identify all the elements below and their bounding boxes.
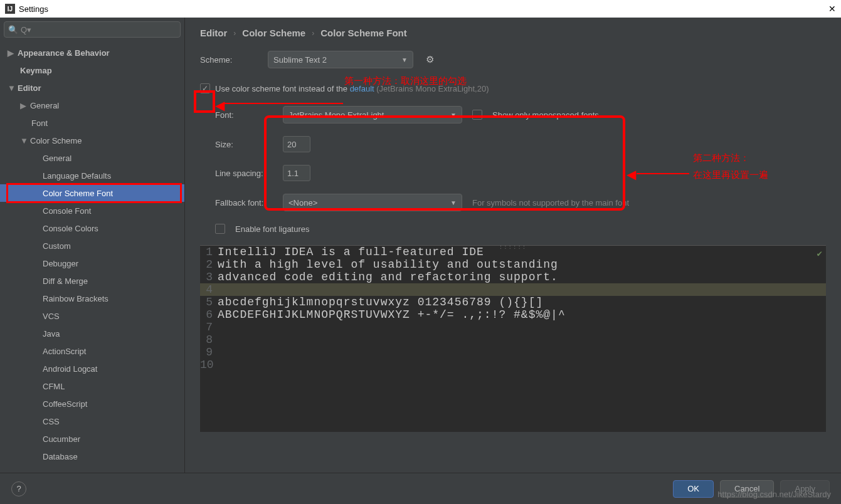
size-input[interactable] [283,136,310,152]
fallback-dropdown[interactable]: <None>▼ [283,194,462,211]
chevron-right-icon: › [312,29,314,38]
chevron-right-icon: ▶ [20,101,26,110]
title-bar: IJ Settings ✕ [0,0,841,18]
search-icon: 🔍 [8,25,18,34]
annotation-arrow-1 [224,103,343,104]
chevron-right-icon: › [233,29,236,38]
size-label: Size: [215,140,273,149]
scheme-dropdown[interactable]: Sublime Text 2▼ [268,51,413,68]
scheme-label: Scheme: [200,55,258,65]
tree-appearance[interactable]: ▶Appearance & Behavior [0,44,184,61]
bc-color-scheme[interactable]: Color Scheme [242,28,305,38]
tree-cs-cucumber[interactable]: Cucumber [0,430,184,448]
ligatures-checkbox[interactable] [215,224,225,234]
settings-tree: ▶Appearance & Behavior Keymap ▼Editor ▶G… [0,41,184,473]
annotation-text-2: 第二种方法：在这里再设置一遍 [693,149,768,183]
font-dropdown[interactable]: JetBrains Mono ExtraLight▼ [283,106,462,123]
fallback-label: Fallback font: [215,198,273,207]
search-input[interactable]: 🔍 Q▾ [4,21,181,38]
chevron-down-icon: ▼ [8,83,14,93]
tree-color-scheme[interactable]: ▼Color Scheme [0,132,184,149]
tree-keymap[interactable]: Keymap [0,61,184,79]
bc-editor[interactable]: Editor [200,28,227,38]
font-preview: :::::: ✔ 1IntelliJ IDEA is a full-featur… [200,245,826,432]
content-pane: Editor › Color Scheme › Color Scheme Fon… [185,18,841,473]
check-icon: ✔ [817,248,822,259]
tree-font[interactable]: Font [0,114,184,132]
tree-cs-database[interactable]: Database [0,448,184,465]
drag-handle-icon[interactable]: :::::: [499,244,527,251]
annotation-arrow-2 [637,173,689,174]
tree-cs-cfml[interactable]: CFML [0,377,184,395]
fallback-hint: For symbols not supported by the main fo… [472,198,629,207]
tree-cs-rainbow[interactable]: Rainbow Brackets [0,290,184,307]
tree-cs-vcs[interactable]: VCS [0,307,184,325]
chevron-down-icon: ▼ [450,112,457,118]
help-button[interactable]: ? [11,481,26,496]
chevron-down-icon: ▼ [20,136,26,145]
tree-cs-java[interactable]: Java [0,325,184,342]
dialog-footer: ? OK Cancel Apply https://blog.csdn.net/… [0,473,841,504]
annotation-text-1: 第一种方法：取消这里的勾选 [344,75,467,87]
bc-color-scheme-font: Color Scheme Font [320,28,407,38]
monospaced-checkbox[interactable] [472,110,482,120]
arrow-left-icon: ◀ [627,167,636,182]
watermark: https://blog.csdn.net/JikeStardy [717,490,831,499]
tree-cs-debugger[interactable]: Debugger [0,255,184,272]
close-icon[interactable]: ✕ [828,4,836,14]
app-icon: IJ [5,4,15,14]
ligatures-label: Enable font ligatures [235,224,310,234]
gear-icon[interactable]: ⚙ [423,53,436,66]
monospaced-label: Show only monospaced fonts [492,110,599,120]
ok-button[interactable]: OK [673,480,714,498]
tree-cs-lang-defaults[interactable]: Language Defaults [0,167,184,184]
tree-general[interactable]: ▶General [0,97,184,114]
tree-cs-diff[interactable]: Diff & Merge [0,272,184,290]
tree-cs-actionscript[interactable]: ActionScript [0,342,184,360]
tree-editor[interactable]: ▼Editor [0,79,184,97]
tree-cs-css[interactable]: CSS [0,412,184,430]
use-scheme-font-checkbox[interactable] [200,83,210,93]
tree-cs-general[interactable]: General [0,149,184,167]
line-spacing-input[interactable] [283,165,310,181]
window-title: Settings [19,4,48,14]
tree-cs-android[interactable]: Android Logcat [0,360,184,377]
chevron-down-icon: ▼ [401,56,408,63]
tree-cs-coffee[interactable]: CoffeeScript [0,395,184,412]
annotation-box-1 [194,90,215,113]
tree-cs-font[interactable]: Color Scheme Font [0,184,184,202]
tree-cs-custom[interactable]: Custom [0,237,184,255]
arrow-left-icon: ◀ [215,98,225,113]
tree-cs-console-font[interactable]: Console Font [0,202,184,219]
tree-cs-console-colors[interactable]: Console Colors [0,219,184,237]
breadcrumb: Editor › Color Scheme › Color Scheme Fon… [200,28,826,38]
sidebar: 🔍 Q▾ ▶Appearance & Behavior Keymap ▼Edit… [0,18,185,473]
line-spacing-label: Line spacing: [215,169,273,178]
chevron-down-icon: ▼ [450,199,457,206]
chevron-right-icon: ▶ [8,48,14,58]
